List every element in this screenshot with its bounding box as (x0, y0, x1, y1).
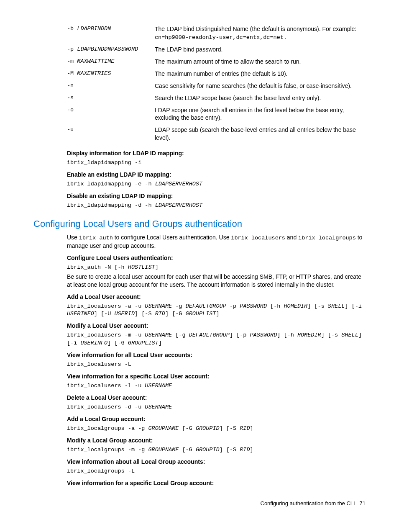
ldap-section: Display information for LDAP ID mapping:… (67, 149, 366, 209)
option-flag: -m MAXWAITTIME (67, 58, 155, 66)
configure-heading: Configure Local Users authentication: (67, 254, 366, 262)
modify-local-user-heading: Modify a Local User account: (67, 322, 366, 330)
modify-local-user-command: ibrix_localusers -m -u USERNAME [-g DEFA… (67, 332, 366, 347)
option-description: The LDAP bind password. (155, 46, 366, 54)
option-row: -m MAXWAITTIMEThe maximum amount of time… (67, 58, 366, 66)
display-command: ibrix_ldapidmapping -i (67, 159, 366, 167)
modify-local-group-command: ibrix_localgroups -m -g GROUPNAME [-G GR… (67, 446, 366, 454)
view-all-local-users-heading: View information for all Local User acco… (67, 351, 366, 359)
option-row: -nCase sensitivity for name searches (th… (67, 82, 366, 90)
options-table: -b LDAPBINDDNThe LDAP bind Distinguished… (67, 25, 366, 142)
option-description: The maximum number of entries (the defau… (155, 70, 366, 78)
option-flag: -o (67, 106, 155, 122)
intro-paragraph: Use ibrix_auth to configure Local Users … (67, 234, 366, 250)
option-description: The LDAP bind Distinguished Name (the de… (155, 25, 366, 41)
delete-local-user-command: ibrix_localusers -d -u USERNAME (67, 403, 366, 411)
configure-command: ibrix_auth -N [-h HOSTLIST] (67, 264, 366, 271)
option-flag: -s (67, 94, 155, 102)
display-heading: Display information for LDAP ID mapping: (67, 149, 366, 157)
option-row: -M MAXENTRIESThe maximum number of entri… (67, 70, 366, 78)
enable-heading: Enable an existing LDAP ID mapping: (67, 171, 366, 179)
option-description: Case sensitivity for name searches (the … (155, 82, 366, 90)
option-description: The maximum amount of time to allow the … (155, 58, 366, 66)
option-row: -sSearch the LDAP scope base (search the… (67, 94, 366, 102)
page-footer: Configuring authentication from the CLI … (33, 500, 366, 507)
option-description: LDAP scope sub (search the base-level en… (155, 126, 366, 142)
option-row: -p LDAPBINDDNPASSWORDThe LDAP bind passw… (67, 46, 366, 54)
view-all-local-groups-command: ibrix_localgroups -L (67, 468, 366, 475)
page-number: 71 (360, 500, 366, 506)
local-users-section: Use ibrix_auth to configure Local Users … (67, 234, 366, 487)
enable-command: ibrix_ldapidmapping -e -h LDAPSERVERHOST (67, 180, 366, 188)
section-heading: Configuring Local Users and Groups authe… (33, 218, 366, 230)
option-row: -uLDAP scope sub (search the base-level … (67, 126, 366, 142)
option-description: LDAP scope one (search all entries in th… (155, 106, 366, 122)
option-flag: -M MAXENTRIES (67, 70, 155, 78)
disable-command: ibrix_ldapidmapping -d -h LDAPSERVERHOST (67, 202, 366, 209)
view-specific-local-user-heading: View information for a specific Local Us… (67, 373, 366, 380)
option-flag: -p LDAPBINDDNPASSWORD (67, 46, 155, 54)
option-flag: -u (67, 126, 155, 142)
configure-note: Be sure to create a local user account f… (67, 273, 366, 289)
modify-local-group-heading: Modify a Local Group account: (67, 437, 366, 445)
option-description: Search the LDAP scope base (search the b… (155, 94, 366, 102)
add-local-user-command: ibrix_localusers -a -u USERNAME -g DEFAU… (67, 303, 366, 318)
option-row: -b LDAPBINDDNThe LDAP bind Distinguished… (67, 25, 366, 41)
view-specific-local-group-heading: View information for a specific Local Gr… (67, 479, 366, 487)
view-all-local-groups-heading: View information about all Local Group a… (67, 458, 366, 466)
view-specific-local-user-command: ibrix_localusers -l -u USERNAME (67, 382, 366, 390)
disable-heading: Disable an existing LDAP ID mapping: (67, 192, 366, 200)
view-all-local-users-command: ibrix_localusers -L (67, 361, 366, 368)
option-row: -oLDAP scope one (search all entries in … (67, 106, 366, 122)
add-local-group-heading: Add a Local Group account: (67, 415, 366, 423)
option-flag: -b LDAPBINDDN (67, 25, 155, 41)
add-local-group-command: ibrix_localgroups -a -g GROUPNAME [-G GR… (67, 425, 366, 432)
delete-local-user-heading: Delete a Local User account: (67, 394, 366, 402)
option-flag: -n (67, 82, 155, 90)
add-local-user-heading: Add a Local User account: (67, 293, 366, 301)
footer-text: Configuring authentication from the CLI (261, 500, 355, 506)
